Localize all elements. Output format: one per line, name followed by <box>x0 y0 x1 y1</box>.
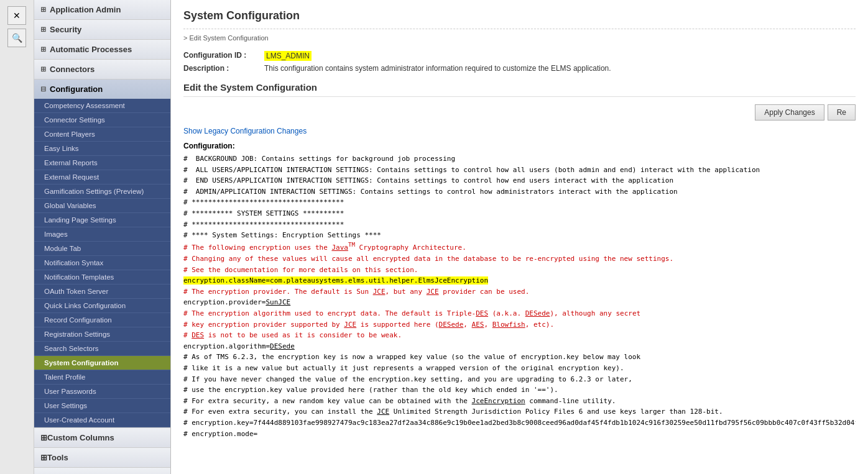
config-line: # encryption.mode= <box>183 429 856 440</box>
config-line: encryption.algorithm=DESede <box>183 341 856 352</box>
sidebar-header-application-admin[interactable]: ⊞ Application Admin <box>34 0 170 19</box>
description-row: Description : This configuration contain… <box>183 64 856 73</box>
sidebar-label-connectors: Connectors <box>50 65 95 74</box>
sidebar-item-module-tab[interactable]: Module Tab <box>34 242 170 256</box>
section-configuration: ⊟ Configuration Competency AssessmentCon… <box>34 80 170 428</box>
config-id-label: Configuration ID : <box>183 51 264 61</box>
sidebar-footer-header-background-jobs[interactable]: ⊞ Background Jobs <box>34 468 170 474</box>
sidebar-label-configuration: Configuration <box>50 84 103 94</box>
config-line: # The encryption provider. The default i… <box>183 286 856 298</box>
config-id-value: LMS_ADMIN <box>264 51 312 61</box>
sidebar-label-automatic-processes: Automatic Processes <box>50 45 132 54</box>
sidebar-label-custom-columns: Custom Columns <box>47 433 114 442</box>
sidebar-item-external-request[interactable]: External Request <box>34 170 170 185</box>
apply-changes-button[interactable]: Apply Changes <box>755 104 824 121</box>
expand-icon-tools: ⊞ <box>40 453 47 462</box>
section-custom-columns: ⊞ Custom Columns <box>34 428 170 448</box>
config-line: # use the encryption.key value provided … <box>183 385 856 396</box>
description-value: This configuration contains system admin… <box>264 64 611 73</box>
sidebar-header-configuration[interactable]: ⊟ Configuration <box>34 80 170 99</box>
config-line: # Changing any of these values will caus… <box>183 253 856 265</box>
sidebar-item-oauth-token-server[interactable]: OAuth Token Server <box>34 285 170 299</box>
config-line: # encryption.key=7f444d889103fae99892747… <box>183 417 856 429</box>
sidebar-item-registration-settings[interactable]: Registration Settings <box>34 327 170 342</box>
section-security: ⊞ Security <box>34 20 170 40</box>
config-line: # ADMIN/APPLICATION INTERACTION SETTINGS… <box>183 186 856 198</box>
config-label: Configuration: <box>183 142 856 150</box>
sidebar-item-system-configuration[interactable]: System Configuration <box>34 356 170 370</box>
expand-icon-application-admin: ⊞ <box>40 6 46 14</box>
config-line: # END USERS/APPLICATION INTERACTION SETT… <box>183 175 856 186</box>
configuration-subitems: Competency AssessmentConnector SettingsC… <box>34 99 170 427</box>
sidebar-header-connectors[interactable]: ⊞ Connectors <box>34 60 170 79</box>
sidebar-footer-header-tools[interactable]: ⊞ Tools <box>34 448 170 467</box>
config-line: # like it is a new value but actually it… <box>183 363 856 374</box>
sidebar-header-security[interactable]: ⊞ Security <box>34 20 170 39</box>
sidebar-item-global-variables[interactable]: Global Variables <box>34 199 170 213</box>
page-title: System Configuration <box>183 9 856 29</box>
sidebar-item-competency-assessment[interactable]: Competency Assessment <box>34 99 170 113</box>
config-line: # ************************************* <box>183 197 856 208</box>
sidebar-item-notification-templates[interactable]: Notification Templates <box>34 270 170 285</box>
config-line: # ALL USERS/APPLICATION INTERACTION SETT… <box>183 165 856 176</box>
left-panel: ✕ 🔍 <box>0 0 34 474</box>
section-background-jobs: ⊞ Background Jobs <box>34 468 170 474</box>
sidebar-item-external-reports[interactable]: External Reports <box>34 156 170 170</box>
sidebar-item-user-created-account[interactable]: User-Created Account <box>34 413 170 427</box>
config-line: # key encryption provider supported by J… <box>183 319 856 330</box>
config-line: # The encryption algorithm used to encry… <box>183 308 856 319</box>
config-text-block: # BACKGROUND JOB: Contains settings for … <box>183 153 856 439</box>
config-line: # If you have never changed the value of… <box>183 374 856 385</box>
sidebar-item-gamification-settings[interactable]: Gamification Settings (Preview) <box>34 185 170 199</box>
config-line: # The following encryption uses the Java… <box>183 241 856 253</box>
config-line: # **** System Settings: Encryption Setti… <box>183 230 856 241</box>
sidebar-label-application-admin: Application Admin <box>50 5 121 14</box>
sidebar-item-content-players[interactable]: Content Players <box>34 127 170 142</box>
sidebar-label-security: Security <box>50 25 81 34</box>
config-line: # ********** SYSTEM SETTINGS ********** <box>183 208 856 219</box>
section-application-admin: ⊞ Application Admin <box>34 0 170 20</box>
sidebar-item-easy-links[interactable]: Easy Links <box>34 142 170 156</box>
edit-section-title: Edit the System Configuration <box>183 82 856 97</box>
config-line: # For extra security, a new random key v… <box>183 396 856 407</box>
expand-icon-configuration: ⊟ <box>40 85 46 93</box>
legacy-link[interactable]: Show Legacy Configuration Changes <box>183 127 856 135</box>
main-content: System Configuration > Edit System Confi… <box>171 0 868 474</box>
sidebar-item-search-selectors[interactable]: Search Selectors <box>34 342 170 356</box>
expand-icon-connectors: ⊞ <box>40 65 46 73</box>
search-button[interactable]: 🔍 <box>7 29 26 47</box>
config-id-row: Configuration ID : LMS_ADMIN <box>183 51 856 61</box>
reset-button[interactable]: Re <box>828 104 856 121</box>
config-line: # ************************************* <box>183 219 856 230</box>
sidebar-footer-header-custom-columns[interactable]: ⊞ Custom Columns <box>34 428 170 447</box>
sidebar: ⊞ Application Admin ⊞ Security ⊞ Automat… <box>34 0 171 474</box>
close-button[interactable]: ✕ <box>7 6 26 25</box>
config-line: # DES is not to be used as it is conside… <box>183 330 856 341</box>
description-label: Description : <box>183 64 264 73</box>
config-line: # For even extra security, you can insta… <box>183 406 856 417</box>
sidebar-label-tools: Tools <box>47 453 68 462</box>
sidebar-item-notification-syntax[interactable]: Notification Syntax <box>34 256 170 270</box>
sidebar-item-landing-page-settings[interactable]: Landing Page Settings <box>34 213 170 227</box>
config-line: # See the documentation for more details… <box>183 265 856 276</box>
section-tools: ⊞ Tools <box>34 448 170 468</box>
config-info: Configuration ID : LMS_ADMIN Description… <box>183 51 856 73</box>
sidebar-item-user-settings[interactable]: User Settings <box>34 399 170 413</box>
toolbar: Apply Changes Re <box>183 104 856 121</box>
sidebar-item-user-passwords[interactable]: User Passwords <box>34 385 170 399</box>
config-line: encryption.provider=SunJCE <box>183 297 856 308</box>
breadcrumb: > Edit System Configuration <box>183 34 856 42</box>
expand-icon-custom-columns: ⊞ <box>40 433 47 442</box>
expand-icon-security: ⊞ <box>40 25 46 34</box>
sidebar-item-record-configuration[interactable]: Record Configuration <box>34 313 170 327</box>
config-line: encryption.className=com.plateausystems.… <box>183 275 856 286</box>
sidebar-item-images[interactable]: Images <box>34 227 170 242</box>
section-automatic-processes: ⊞ Automatic Processes <box>34 40 170 60</box>
section-connectors: ⊞ Connectors <box>34 60 170 80</box>
sidebar-header-automatic-processes[interactable]: ⊞ Automatic Processes <box>34 40 170 59</box>
sidebar-item-quick-links-configuration[interactable]: Quick Links Configuration <box>34 299 170 313</box>
sidebar-item-connector-settings[interactable]: Connector Settings <box>34 113 170 127</box>
sidebar-item-talent-profile[interactable]: Talent Profile <box>34 370 170 385</box>
expand-icon-automatic-processes: ⊞ <box>40 45 46 53</box>
config-line: # As of TMS 6.2.3, the encryption key is… <box>183 352 856 363</box>
